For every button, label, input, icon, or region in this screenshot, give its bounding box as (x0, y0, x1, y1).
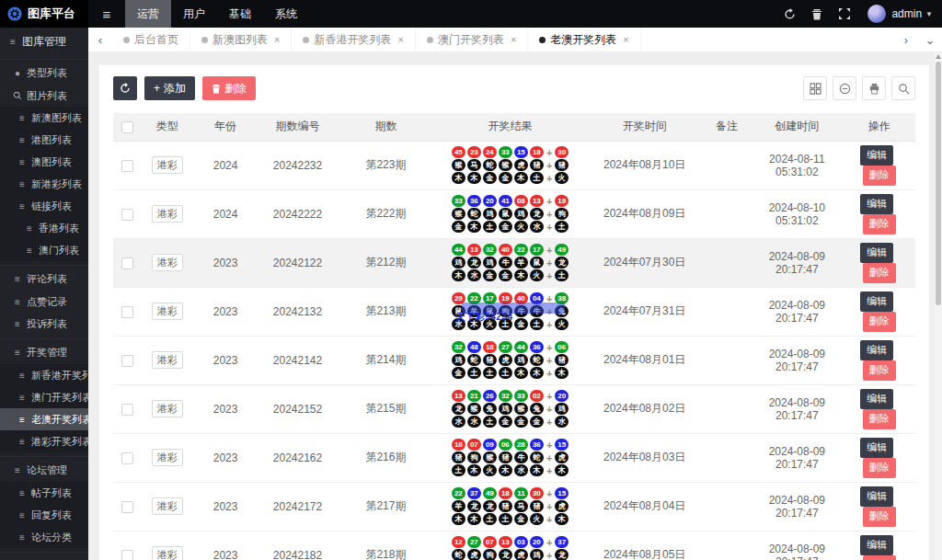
delete-button[interactable]: 删除 (863, 360, 896, 381)
sidebar-item-7[interactable]: ≡链接列表 (0, 195, 88, 217)
sidebar-item-16[interactable]: ≡老澳开奖列表 (0, 408, 88, 430)
sidebar-item-22[interactable]: ≡网址列表 (0, 552, 88, 560)
cell-draw-date: 2024年08月01日 (586, 336, 702, 384)
edit-button[interactable]: 编辑 (860, 438, 893, 458)
tab-close-icon[interactable]: × (511, 34, 516, 45)
tab-close-icon[interactable]: × (274, 34, 280, 45)
sidebar-item-14[interactable]: ≡新香港开奖列表 (0, 364, 88, 386)
tab-close-icon[interactable]: × (397, 34, 403, 45)
cell-type: 港彩 (142, 384, 194, 433)
sidebar-item-21[interactable]: ≡论坛分类 (0, 526, 88, 548)
scrollbar-up-arrow[interactable] (936, 54, 941, 59)
sidebar-item-0[interactable]: ≡图库管理 (0, 28, 88, 55)
row-checkbox[interactable] (121, 404, 133, 416)
delete-button[interactable]: 删除 (863, 458, 896, 478)
lottery-ball: 土 (530, 318, 544, 330)
delete-button[interactable]: 删除 (863, 166, 896, 186)
batch-delete-button[interactable]: 删除 (202, 76, 256, 100)
row-checkbox[interactable] (121, 550, 133, 560)
sidebar-item-10[interactable]: ≡评论列表 (0, 265, 88, 291)
sidebar-item-1[interactable]: ●类型列表 (0, 59, 88, 85)
user-avatar[interactable] (867, 5, 886, 23)
tab-1[interactable]: 新澳图列表× (190, 28, 292, 51)
delete-button[interactable]: 删除 (863, 312, 896, 332)
row-checkbox[interactable] (121, 452, 133, 464)
tab-3[interactable]: 澳门开奖列表× (416, 28, 528, 51)
sidebar-item-8[interactable]: ≡香港列表 (0, 217, 88, 239)
row-checkbox[interactable] (121, 257, 133, 269)
sidebar-item-18[interactable]: ≡论坛管理 (0, 456, 88, 482)
scrollbar-thumb[interactable] (936, 62, 941, 305)
delete-button[interactable]: 删除 (863, 263, 896, 283)
row-checkbox[interactable] (121, 501, 133, 513)
sidebar-item-20[interactable]: ≡回复列表 (0, 504, 88, 526)
cell-result: 180709062836+15猪狗猴猪牛蛇+虎土木火木水木+木 (434, 433, 587, 482)
lottery-ball: 13 (452, 390, 465, 402)
clear-cache-icon[interactable] (803, 0, 831, 28)
sidebar-item-19[interactable]: ≡帖子列表 (0, 482, 88, 504)
tab-0[interactable]: 后台首页 (112, 28, 190, 51)
cell-created: 2024-08-10 05:31:02 (751, 189, 843, 238)
top-nav-menu: 运营用户基础系统 (125, 0, 309, 28)
edit-button[interactable]: 编辑 (860, 145, 893, 166)
row-checkbox[interactable] (121, 209, 133, 221)
nav-menu-item-0[interactable]: 运营 (125, 0, 171, 28)
edit-button[interactable]: 编辑 (860, 243, 893, 263)
tabs-scroll-right-icon[interactable]: › (894, 28, 918, 51)
nav-menu-item-3[interactable]: 系统 (263, 0, 309, 28)
delete-button[interactable]: 删除 (863, 409, 896, 429)
ball-line-elements: 木水金金木火+土 (436, 269, 585, 281)
tabs-scroll-left-icon[interactable]: ‹ (88, 28, 112, 51)
tab-2[interactable]: 新香港开奖列表× (292, 28, 415, 51)
refresh-table-button[interactable] (113, 76, 137, 100)
delete-button[interactable]: 删除 (863, 507, 896, 527)
nav-menu-item-2[interactable]: 基础 (217, 0, 263, 28)
lottery-ball: 龙 (467, 500, 481, 512)
select-all-checkbox[interactable] (121, 121, 133, 133)
add-button[interactable]: +添加 (144, 76, 195, 100)
sidebar-item-15[interactable]: ≡澳门开奖列表 (0, 386, 88, 408)
sidebar-item-4[interactable]: ≡港图列表 (0, 129, 88, 151)
row-checkbox[interactable] (121, 160, 133, 172)
print-icon[interactable] (862, 76, 886, 100)
nav-menu-item-1[interactable]: 用户 (171, 0, 217, 28)
tab-close-icon[interactable]: × (623, 34, 628, 45)
lottery-ball: 木 (530, 464, 544, 476)
sidebar-item-3[interactable]: ≡新澳图列表 (0, 107, 88, 129)
edit-button[interactable]: 编辑 (860, 389, 893, 409)
edit-button[interactable]: 编辑 (860, 291, 893, 312)
sidebar-item-2[interactable]: 图片列表 (0, 85, 88, 107)
sidebar-item-12[interactable]: ≡投诉列表 (0, 313, 88, 335)
sidebar-item-13[interactable]: ≡开奖管理 (0, 338, 88, 364)
fullscreen-icon[interactable] (831, 0, 858, 28)
lottery-ball: 金 (530, 416, 544, 428)
export-icon[interactable] (833, 76, 856, 100)
edit-button[interactable]: 编辑 (860, 535, 893, 555)
filter-columns-icon[interactable] (803, 76, 827, 100)
hamburger-icon[interactable]: ≡ (88, 0, 125, 28)
sidebar-item-11[interactable]: ≡点赞记录 (0, 291, 88, 313)
row-checkbox[interactable] (121, 355, 133, 367)
row-checkbox[interactable] (121, 306, 133, 318)
refresh-icon[interactable] (775, 0, 803, 28)
delete-button[interactable]: 删除 (863, 555, 896, 560)
edit-button[interactable]: 编辑 (860, 340, 893, 360)
sidebar-item-label: 回复列表 (31, 509, 72, 522)
edit-button[interactable]: 编辑 (860, 486, 893, 507)
page-scrollbar[interactable] (935, 52, 942, 560)
sidebar-item-17[interactable]: ≡港彩开奖列表 (0, 430, 88, 452)
tabs-menu-icon[interactable]: ⌄ (918, 28, 942, 51)
cell-draw-date: 2024年07月30日 (586, 238, 702, 287)
sidebar-item-6[interactable]: ≡新港彩列表 (0, 173, 88, 195)
tab-dot-icon (539, 37, 546, 43)
search-icon[interactable] (891, 76, 915, 100)
tab-4[interactable]: 老澳开奖列表× (528, 28, 640, 51)
edit-button[interactable]: 编辑 (860, 194, 893, 214)
lottery-ball: 火 (530, 513, 544, 525)
delete-button[interactable]: 删除 (863, 214, 896, 234)
user-menu[interactable]: admin ▼ (891, 7, 933, 20)
ball-line-zodiac: 鼠羊鼠狗牛牛+兔 (436, 305, 585, 317)
sidebar-item-9[interactable]: ≡澳门列表 (0, 239, 88, 261)
sidebar-item-5[interactable]: ≡澳图列表 (0, 151, 88, 173)
lottery-ball: 鼠 (499, 208, 512, 220)
